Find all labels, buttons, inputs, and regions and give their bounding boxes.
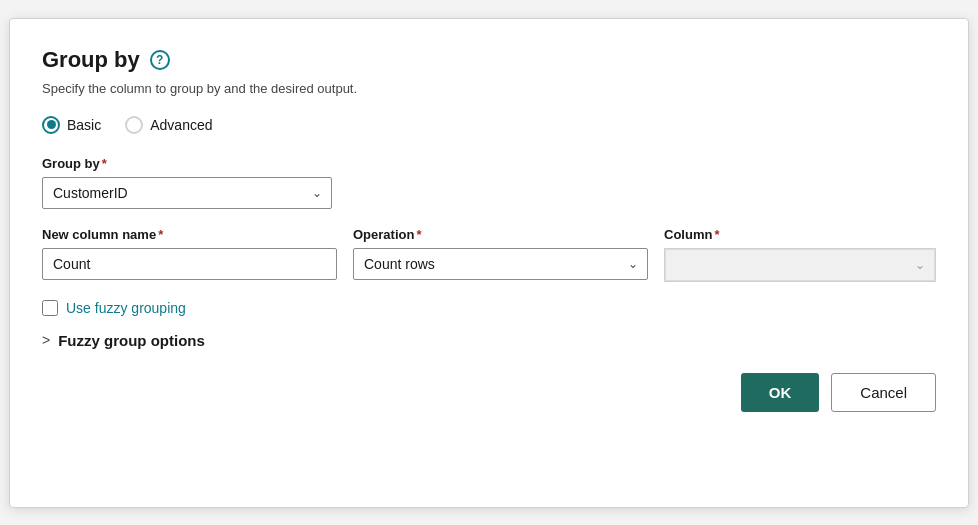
new-column-name-input[interactable]	[42, 248, 337, 280]
column-select[interactable]	[665, 249, 935, 281]
help-icon[interactable]: ?	[150, 50, 170, 70]
advanced-radio-option[interactable]: Advanced	[125, 116, 212, 134]
group-by-label: Group by*	[42, 156, 936, 171]
mode-radio-group: Basic Advanced	[42, 116, 936, 134]
basic-radio-option[interactable]: Basic	[42, 116, 101, 134]
column-section: Column* ⌄	[664, 227, 936, 282]
dialog-footer: OK Cancel	[42, 373, 936, 412]
columns-row: New column name* Operation* Count rows S…	[42, 227, 936, 282]
dialog-subtitle: Specify the column to group by and the d…	[42, 81, 936, 96]
new-column-required: *	[158, 227, 163, 242]
column-required: *	[714, 227, 719, 242]
fuzzy-options-row[interactable]: > Fuzzy group options	[42, 332, 936, 349]
fuzzy-grouping-checkbox[interactable]	[42, 300, 58, 316]
operation-required: *	[416, 227, 421, 242]
operation-select-wrapper: Count rows Sum Average Min Max ⌄	[353, 248, 648, 280]
operation-label: Operation*	[353, 227, 648, 242]
operation-section: Operation* Count rows Sum Average Min Ma…	[353, 227, 648, 280]
fuzzy-grouping-label[interactable]: Use fuzzy grouping	[66, 300, 186, 316]
group-by-select[interactable]: CustomerID OrderID ProductID	[42, 177, 332, 209]
group-by-required: *	[102, 156, 107, 171]
cancel-button[interactable]: Cancel	[831, 373, 936, 412]
operation-select[interactable]: Count rows Sum Average Min Max	[353, 248, 648, 280]
new-column-label: New column name*	[42, 227, 337, 242]
column-select-wrapper: ⌄	[664, 248, 936, 282]
new-column-name-section: New column name*	[42, 227, 337, 280]
dialog-title-row: Group by ?	[42, 47, 936, 73]
group-by-field-section: Group by* CustomerID OrderID ProductID ⌄	[42, 156, 936, 209]
fuzzy-options-chevron-icon[interactable]: >	[42, 332, 50, 348]
basic-radio-circle[interactable]	[42, 116, 60, 134]
group-by-dialog: Group by ? Specify the column to group b…	[9, 18, 969, 508]
fuzzy-options-label: Fuzzy group options	[58, 332, 205, 349]
fuzzy-grouping-row: Use fuzzy grouping	[42, 300, 936, 316]
group-by-select-wrapper: CustomerID OrderID ProductID ⌄	[42, 177, 332, 209]
dialog-title: Group by	[42, 47, 140, 73]
advanced-radio-label: Advanced	[150, 117, 212, 133]
ok-button[interactable]: OK	[741, 373, 820, 412]
basic-radio-label: Basic	[67, 117, 101, 133]
column-label: Column*	[664, 227, 936, 242]
advanced-radio-circle[interactable]	[125, 116, 143, 134]
